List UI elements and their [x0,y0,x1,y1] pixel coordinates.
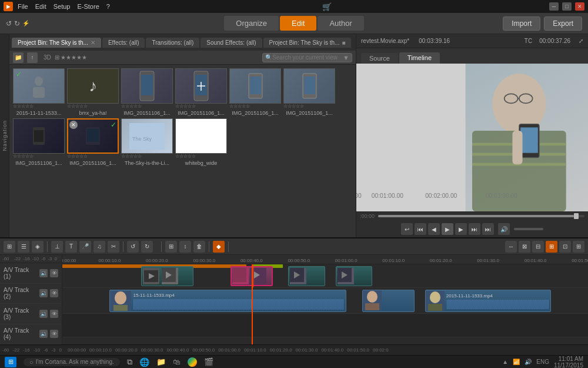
menu-estore[interactable]: E-Store [77,3,99,10]
list-item[interactable]: ☆☆☆☆☆ IMG_20151106_1... [229,68,281,116]
media-tool-1[interactable]: 📁 [13,52,24,63]
track-solo-4[interactable]: 👁 [50,330,58,338]
search-dropdown-icon[interactable]: ▼ [343,54,349,61]
playback-play-button[interactable]: ▶ [442,223,453,235]
media-tool-2[interactable]: ↑ [27,52,38,63]
tl-rt-1[interactable]: ↔ [505,241,517,253]
menu-edit[interactable]: Edit [35,3,46,10]
tl-scissor-btn[interactable]: ✂ [108,241,119,253]
progress-handle[interactable] [574,213,579,219]
list-item[interactable]: ♪ ☆☆☆☆☆ bmx_ya-ha! [67,68,119,116]
undo-icon[interactable]: ↺ [6,19,12,28]
list-item[interactable]: ☆☆☆☆☆ IMG_20151106_1... [13,118,65,166]
maximize-button[interactable]: □ [562,2,572,11]
folder-icon[interactable]: 📁 [156,357,166,366]
media-tab-project1[interactable]: Project Bin: The Sky is th... ✕ [12,38,101,48]
network-icon[interactable]: 📶 [513,359,520,365]
redo-icon[interactable]: ↻ [14,19,20,28]
tl-grid-btn[interactable]: ⊞ [4,241,15,253]
playback-end-icon[interactable]: ⏭ [482,223,494,235]
tl-undo-btn[interactable]: ↺ [127,241,139,253]
tl-audio-btn[interactable]: ♫ [93,241,105,253]
volume-icon[interactable]: 🔊 [498,223,510,235]
playback-rewind-icon[interactable]: ⏮ [415,223,426,235]
volume-slider[interactable] [514,228,543,230]
tab-organize[interactable]: Organize [224,16,279,31]
tl-delete-btn[interactable]: 🗑 [193,241,205,253]
tab-close-icon[interactable]: ✕ [91,39,95,46]
tl-rt-3[interactable]: ⊟ [532,241,544,253]
tray-arrow[interactable]: ▲ [502,359,508,365]
list-item[interactable]: ✓ ☆☆☆☆☆ 2015-11-11-1533... [13,68,65,116]
preview-expand-icon[interactable]: ⤢ [579,38,583,44]
clock: 11:01 AM 11/17/2015 [554,356,583,369]
tl-snap-btn[interactable]: ⊥ [51,241,63,253]
tab-timeline[interactable]: Timeline [399,52,440,64]
tab-author[interactable]: Author [318,16,363,31]
media-close-btn[interactable]: ✕ [69,121,78,129]
track-mute-1[interactable]: 🔉 [39,269,48,277]
import-button[interactable]: Import [503,16,540,31]
track-solo-1[interactable]: 👁 [50,269,58,277]
win-start-btn[interactable]: ⊞ [5,357,16,367]
tl-redo-btn[interactable]: ↻ [141,241,153,253]
track-clip-2a[interactable]: 15-11-11-1533.mp4 [109,290,346,312]
track-clip-1c[interactable] [288,266,325,286]
media-tab-project2[interactable]: Project Bin: The Sky is th... ■ [263,38,352,48]
playhead[interactable] [252,264,253,344]
track-mute-3[interactable]: 🔉 [39,310,48,318]
list-item[interactable]: ☆☆☆☆☆ IMG_20151106_1... [283,68,335,116]
media-tab-soundfx[interactable]: Sound Effects: (all) [201,38,262,48]
progress-track[interactable] [378,215,584,217]
track-solo-3[interactable]: 👁 [50,310,58,318]
list-item[interactable]: ☆☆☆☆☆ IMG_20151106_1... [121,68,173,116]
list-item[interactable]: ☆☆☆☆☆ whitebg_wide [175,118,227,166]
tl-rt-4[interactable]: ⊞ [546,241,557,253]
app5-icon[interactable]: 🎬 [204,357,213,366]
menu-file[interactable]: File [18,3,28,10]
tl-list-btn[interactable]: ☰ [18,241,29,253]
tl-rt-6[interactable]: ⊞ [573,241,584,253]
close-button[interactable]: ✕ [575,2,584,11]
sort-icon[interactable]: ⊞ [55,54,59,61]
search-input[interactable] [272,54,343,61]
tl-zoom-btn[interactable]: ◈ [32,241,44,253]
tab-edit[interactable]: Edit [280,16,316,31]
menu-setup[interactable]: Setup [54,3,71,10]
store-icon[interactable]: 🛍 [173,357,181,366]
list-item[interactable]: ✓ ✕ ☆☆☆☆☆ IMG_20151106_1... [67,118,119,166]
tl-mic-btn[interactable]: 🎤 [79,241,91,253]
export-button[interactable]: Export [544,16,582,31]
menu-help[interactable]: ? [106,3,110,10]
timeline-area: ⊞ ☰ ◈ ⊥ T 🎤 ♫ ✂ ↺ ↻ ⊞ ↕ 🗑 ◆ ↔ ⊠ ⊟ ⊞ ⊡ ⊞ [0,237,588,355]
track-clip-1a[interactable] [141,266,193,286]
list-item[interactable]: ☆☆☆☆☆ IMG_20151106_1... [175,68,227,116]
track-mute-2[interactable]: 🔉 [39,289,48,297]
tl-text-btn[interactable]: T [65,241,77,253]
task-view-btn[interactable]: ⧉ [127,357,132,367]
track-clip-2c[interactable]: 2015-11-11-1533.mp4 [425,290,552,312]
track-clip-2b[interactable] [362,290,415,312]
minimize-button[interactable]: ─ [549,2,559,11]
search-bar[interactable]: ○ I'm Cortana. Ask me anything. [24,358,120,366]
chrome-icon[interactable] [188,357,197,367]
playback-prev-frame-icon[interactable]: ◀ [428,223,440,235]
tab-source[interactable]: Source [361,53,398,64]
playback-next-frame-icon[interactable]: ▶ [455,223,467,235]
tab-close-icon2[interactable]: ■ [342,39,345,46]
track-clip-1d[interactable] [336,266,373,286]
tl-add-btn[interactable]: ⊞ [165,241,177,253]
tl-marker-btn[interactable]: ◆ [213,241,225,253]
edge-icon[interactable]: 🌐 [139,357,149,367]
tl-rt-5[interactable]: ⊡ [559,241,571,253]
track-solo-2[interactable]: 👁 [50,289,58,297]
tl-rt-2[interactable]: ⊠ [519,241,530,253]
playback-fast-forward-icon[interactable]: ⏭ [469,223,480,235]
media-tab-effects[interactable]: Effects: (all) [102,38,145,48]
track-mute-4[interactable]: 🔉 [39,330,48,338]
list-item[interactable]: The Sky ☆☆☆☆☆ The-Sky-is-the-Li... [121,118,173,166]
volume-icon[interactable]: 🔊 [524,359,532,365]
tl-move-btn[interactable]: ↕ [179,241,191,253]
playback-return-icon[interactable]: ↩ [401,223,413,235]
media-tab-transitions[interactable]: Transitions: (all) [146,38,199,48]
